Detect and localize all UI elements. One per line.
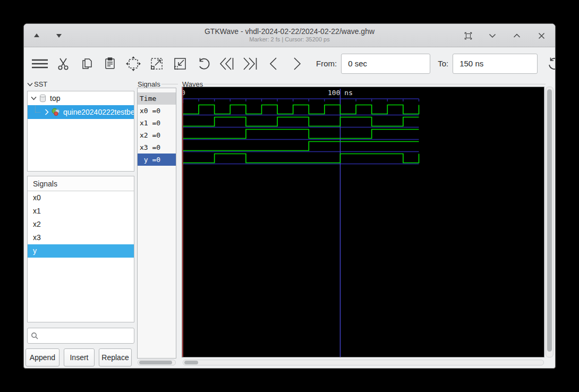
zoom-out-icon xyxy=(149,56,164,71)
names-horizontal-scrollbar[interactable] xyxy=(138,360,176,365)
close-button[interactable] xyxy=(535,29,548,42)
append-button[interactable]: Append xyxy=(25,348,59,367)
shade-up-button[interactable] xyxy=(30,29,43,42)
waveform-canvas[interactable]: 0100 ns xyxy=(182,87,544,357)
wave-signal-names-panel[interactable]: Timex0 =0x1 =0x2 =0x3 =0 y =0 xyxy=(137,88,176,359)
zoom-fit-icon xyxy=(125,56,141,72)
close-icon xyxy=(538,32,545,39)
undo-icon xyxy=(196,56,211,71)
search-input[interactable] xyxy=(39,328,134,343)
undo-button[interactable] xyxy=(192,52,215,75)
scrollbar-thumb[interactable] xyxy=(547,89,552,352)
search-icon xyxy=(31,332,39,340)
fullscreen-button[interactable] xyxy=(462,29,474,42)
module-cylinder-icon xyxy=(39,94,47,103)
tree-expander-open-icon[interactable] xyxy=(31,96,37,100)
sst-tree: top quine20240222testbench xyxy=(27,91,134,172)
signals-frame-label: Signals xyxy=(138,80,178,88)
facility-list-item-x2[interactable]: x2 xyxy=(28,218,134,231)
zoom-fit-button[interactable] xyxy=(122,52,145,75)
menu-button[interactable] xyxy=(28,52,52,75)
copy-icon xyxy=(80,56,93,71)
facility-list-item-x3[interactable]: x3 xyxy=(28,231,134,244)
next-edge-icon xyxy=(291,56,303,71)
insert-button[interactable]: Insert xyxy=(64,348,95,367)
to-label: To: xyxy=(438,59,448,68)
wave-name-row-x3[interactable]: x3 =0 xyxy=(138,141,176,154)
tree-item-testbench[interactable]: quine20240222testbench xyxy=(28,105,134,119)
titlebar[interactable]: GTKWave - vhdl-2024-02-22/2024-02-22/wav… xyxy=(24,24,555,47)
from-time-input[interactable] xyxy=(341,54,430,74)
sst-label: SST xyxy=(34,80,47,88)
paste-icon xyxy=(104,56,116,71)
chevron-down-icon xyxy=(489,33,496,38)
copy-button[interactable] xyxy=(75,52,98,75)
tree-item-label: quine20240222testbench xyxy=(63,108,134,116)
fullscreen-icon xyxy=(464,31,473,40)
reload-icon xyxy=(547,56,556,72)
sst-expander[interactable]: SST xyxy=(27,80,47,88)
component-icon xyxy=(51,108,60,116)
scrollbar-thumb[interactable] xyxy=(184,361,198,364)
wave-x3 xyxy=(183,142,419,151)
from-label: From: xyxy=(316,59,337,68)
scrollbar-thumb[interactable] xyxy=(139,361,172,364)
zoom-out-button[interactable] xyxy=(145,52,168,75)
facility-list-header: Signals xyxy=(28,176,134,191)
wave-name-row-x2[interactable]: x2 =0 xyxy=(138,129,176,141)
toolbar: From: To: xyxy=(24,48,555,79)
prev-edge-button[interactable] xyxy=(262,52,285,75)
wave-name-row-x1[interactable]: x1 =0 xyxy=(138,117,176,129)
next-edge-button[interactable] xyxy=(285,52,309,75)
replace-button[interactable]: Replace xyxy=(99,348,132,367)
paste-button[interactable] xyxy=(98,52,122,75)
wave-name-time[interactable]: Time xyxy=(138,92,176,105)
wave-x1 xyxy=(183,117,419,126)
prev-edge-icon xyxy=(268,56,279,71)
expander-chevron-down-icon xyxy=(27,82,33,87)
zoom-in-icon xyxy=(173,56,188,71)
go-to-end-icon xyxy=(242,56,258,71)
facility-list-item-x0[interactable]: x0 xyxy=(28,191,134,204)
chevron-up-icon xyxy=(513,33,521,38)
wave-horizontal-scrollbar[interactable] xyxy=(183,360,544,365)
tree-connector xyxy=(35,106,40,113)
facility-list-item-y[interactable]: y xyxy=(28,244,134,258)
shade-down-button[interactable] xyxy=(53,29,65,42)
cut-icon xyxy=(57,56,70,71)
to-time-input[interactable] xyxy=(453,54,538,74)
tree-item-top[interactable]: top xyxy=(28,91,134,105)
menu-icon xyxy=(31,56,49,71)
facility-list-item-x1[interactable]: x1 xyxy=(28,204,134,218)
cut-button[interactable] xyxy=(52,52,75,75)
reload-button[interactable] xyxy=(543,52,556,75)
triangle-up-icon xyxy=(33,33,40,38)
go-to-start-button[interactable] xyxy=(215,52,239,75)
wave-x2 xyxy=(183,130,419,139)
facility-list-panel: Signals x0x1x2x3y xyxy=(27,176,134,322)
maximize-button[interactable] xyxy=(510,29,523,42)
go-to-end-button[interactable] xyxy=(239,52,262,75)
gtkwave-window: GTKWave - vhdl-2024-02-22/2024-02-22/wav… xyxy=(23,23,556,369)
wave-name-row-x0[interactable]: x0 =0 xyxy=(138,105,176,117)
zoom-in-button[interactable] xyxy=(168,52,192,75)
triangle-down-icon xyxy=(56,33,62,38)
minimize-button[interactable] xyxy=(486,29,499,42)
go-to-start-icon xyxy=(219,56,235,71)
wave-vertical-scrollbar[interactable] xyxy=(546,87,554,357)
tree-item-label: top xyxy=(50,94,60,103)
wave-y xyxy=(183,154,419,163)
signal-search-box[interactable] xyxy=(27,328,134,344)
tree-expander-closed-icon[interactable] xyxy=(45,109,49,115)
wave-name-row-y[interactable]: y =0 xyxy=(138,154,176,166)
wave-x0 xyxy=(183,105,419,114)
